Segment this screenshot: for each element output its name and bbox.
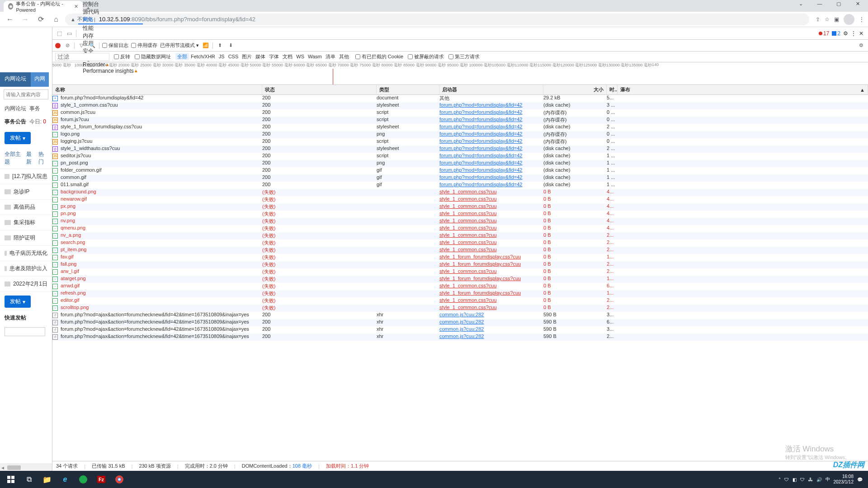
start-button[interactable] bbox=[2, 472, 20, 487]
network-request-row[interactable]: ↺forum.php?mod=ajax&action=forumchecknew… bbox=[52, 326, 868, 333]
network-request-row[interactable]: ▫background.png(失败)style_1_common.css?cu… bbox=[52, 189, 868, 196]
taskbar-clock[interactable]: 16:08 2023/1/12 bbox=[834, 474, 854, 485]
bookmark-icon[interactable]: ☆ bbox=[825, 16, 830, 23]
inspect-icon[interactable]: ⬚ bbox=[54, 30, 64, 37]
initiator-link[interactable]: style_1_common.css?cuu bbox=[439, 239, 497, 245]
more-icon[interactable]: ⋮ bbox=[851, 30, 856, 37]
network-request-row[interactable]: ▫arrwd.gif(失败)style_1_common.css?cuu0 B6… bbox=[52, 283, 868, 290]
filter-type[interactable]: 媒体 bbox=[254, 53, 267, 60]
filezilla-icon[interactable]: Fz bbox=[92, 472, 110, 487]
network-request-row[interactable]: ≡forum.php?mod=forumdisplay&fid=42200doc… bbox=[52, 95, 868, 102]
filter-type[interactable]: 字体 bbox=[267, 53, 281, 60]
network-request-row[interactable]: ▫px.png(失败)style_1_common.css?cuu0 B4... bbox=[52, 203, 868, 211]
profile-avatar-icon[interactable] bbox=[844, 14, 854, 25]
close-devtools-icon[interactable]: ✕ bbox=[859, 30, 863, 37]
third-party-checkbox[interactable]: 第三方请求 bbox=[448, 53, 480, 60]
hide-data-urls-checkbox[interactable]: 隐藏数据网址 bbox=[135, 53, 171, 60]
thread-item[interactable]: 患者及陪护出入 bbox=[0, 261, 52, 277]
col-type[interactable]: 类型 bbox=[377, 85, 439, 94]
network-request-row[interactable]: ↺forum.php?mod=ajax&action=forumchecknew… bbox=[52, 333, 868, 341]
col-status[interactable]: 状态 bbox=[262, 85, 377, 94]
network-request-row[interactable]: ▫pn.png(失败)style_1_common.css?cuu0 B4... bbox=[52, 211, 868, 218]
network-request-row[interactable]: ▫atarget.png(失败)style_1_forum_forumdispl… bbox=[52, 276, 868, 283]
devtools-tab-控制台[interactable]: 控制台 bbox=[78, 0, 143, 8]
filter-toggle-icon[interactable]: ▽ bbox=[77, 42, 85, 48]
initiator-link[interactable]: style_1_forum_forumdisplay.css?cuu bbox=[439, 261, 521, 267]
network-request-row[interactable]: ▫fall.png(失败)style_1_forum_forumdisplay.… bbox=[52, 261, 868, 268]
forum-nav-tab[interactable]: 内网论坛 bbox=[0, 72, 31, 87]
filter-type[interactable]: JS bbox=[217, 53, 226, 60]
gear-icon[interactable]: ⚙ bbox=[857, 42, 865, 48]
col-waterfall[interactable]: 瀑布 ▲ bbox=[618, 85, 868, 94]
col-size[interactable]: 大小 bbox=[543, 85, 607, 94]
initiator-link[interactable]: forum.php?mod=forumdisplay&fid=42 bbox=[439, 117, 522, 122]
initiator-link[interactable]: style_1_common.css?cuu bbox=[439, 232, 497, 238]
menu-icon[interactable]: ⋮ bbox=[859, 16, 864, 23]
thread-item[interactable]: [12.7]拟入院患 bbox=[0, 169, 52, 184]
network-request-row[interactable]: ▫refresh.png(失败)style_1_forum_forumdispl… bbox=[52, 290, 868, 297]
disable-cache-checkbox[interactable]: 停用缓存 bbox=[131, 42, 157, 49]
initiator-link[interactable]: forum.php?mod=forumdisplay&fid=42 bbox=[439, 174, 522, 180]
thread-item[interactable]: 集采指标 bbox=[0, 215, 52, 230]
network-request-row[interactable]: ▫011.small.gif200gifforum.php?mod=forumd… bbox=[52, 182, 868, 189]
network-request-row[interactable]: ▫newarow.gif(失败)style_1_common.css?cuu0 … bbox=[52, 196, 868, 203]
initiator-link[interactable]: forum.php?mod=forumdisplay&fid=42 bbox=[439, 182, 522, 187]
export-icon[interactable]: ⬇ bbox=[226, 42, 235, 48]
device-toggle-icon[interactable]: ▭ bbox=[64, 30, 74, 37]
side-panel-icon[interactable]: ▣ bbox=[834, 16, 839, 23]
file-explorer-icon[interactable]: 📁 bbox=[38, 472, 56, 487]
reload-button[interactable]: ⟳ bbox=[34, 13, 47, 26]
initiator-link[interactable]: style_1_common.css?cuu bbox=[439, 247, 497, 252]
col-time[interactable]: 时... bbox=[607, 85, 618, 94]
record-icon[interactable] bbox=[55, 43, 61, 48]
tray-up-icon[interactable]: ˄ bbox=[778, 477, 781, 482]
initiator-link[interactable]: forum.php?mod=forumdisplay&fid=42 bbox=[439, 102, 522, 108]
window-maximize-icon[interactable]: ▢ bbox=[830, 1, 847, 7]
share-icon[interactable]: ⇪ bbox=[816, 16, 820, 23]
back-button[interactable]: ← bbox=[4, 13, 16, 26]
network-request-row[interactable]: ▫logo.png200pngforum.php?mod=forumdispla… bbox=[52, 131, 868, 138]
browser360-icon[interactable] bbox=[74, 472, 92, 487]
window-chevron-icon[interactable]: ⌄ bbox=[792, 1, 809, 7]
initiator-link[interactable]: common.js?cuu:282 bbox=[439, 312, 484, 317]
tray-network-icon[interactable]: 🖧 bbox=[808, 477, 813, 482]
initiator-link[interactable]: forum.php?mod=forumdisplay&fid=42 bbox=[439, 138, 522, 144]
devtools-tab-网络[interactable]: 网络 bbox=[78, 16, 143, 24]
new-post-button[interactable]: 发帖 ▾ bbox=[5, 296, 31, 308]
network-request-row[interactable]: ▫nv_a.png(失败)style_1_common.css?cuu0 B2.… bbox=[52, 232, 868, 239]
tray-defender-icon[interactable]: 🛡 bbox=[800, 477, 805, 482]
network-request-row[interactable]: ▫nv.png(失败)style_1_common.css?cuu0 B4... bbox=[52, 218, 868, 225]
network-request-row[interactable]: JSseditor.js?cuu200scriptforum.php?mod=f… bbox=[52, 153, 868, 160]
initiator-link[interactable]: style_1_common.css?cuu bbox=[439, 203, 497, 209]
settings-icon[interactable]: ⚙ bbox=[843, 30, 848, 37]
filter-type[interactable]: 文档 bbox=[281, 53, 294, 60]
window-minimize-icon[interactable]: — bbox=[811, 1, 828, 7]
initiator-link[interactable]: common.js?cuu:282 bbox=[439, 333, 484, 339]
home-button[interactable]: ⌂ bbox=[50, 13, 62, 26]
filter-all[interactable]: 全部主题 bbox=[5, 150, 23, 166]
network-request-row[interactable]: ▫editor.gif(失败)style_1_common.css?cuu0 B… bbox=[52, 297, 868, 305]
thread-item[interactable]: 急诊IP bbox=[0, 184, 52, 200]
network-request-row[interactable]: ▫scrolltop.png(失败)style_1_common.css?cuu… bbox=[52, 305, 868, 312]
breadcrumb[interactable]: 事务 bbox=[29, 105, 40, 112]
horizontal-scrollbar[interactable]: ◂ bbox=[0, 464, 52, 471]
network-request-row[interactable]: ▫pn_post.png200pngforum.php?mod=forumdis… bbox=[52, 160, 868, 167]
thread-item[interactable]: 陪护证明 bbox=[0, 230, 52, 246]
filter-new[interactable]: 最新 bbox=[26, 150, 35, 166]
tray-app-icon[interactable]: ◧ bbox=[793, 477, 797, 482]
initiator-link[interactable]: style_1_common.css?cuu bbox=[439, 297, 497, 303]
network-timeline[interactable]: 5000 毫秒10000 毫秒15000 毫秒20000 毫秒25000 毫秒3… bbox=[52, 62, 868, 85]
filter-type[interactable]: Wasm bbox=[306, 53, 324, 60]
error-count[interactable]: 17 bbox=[819, 30, 829, 37]
devtools-tab-性能[interactable]: 性能 bbox=[78, 24, 143, 32]
initiator-link[interactable]: style_1_common.css?cuu bbox=[439, 218, 497, 223]
chrome-icon[interactable] bbox=[110, 472, 128, 487]
initiator-link[interactable]: common.js?cuu:282 bbox=[439, 319, 484, 324]
blocked-cookies-checkbox[interactable]: 有已拦截的 Cookie bbox=[355, 53, 403, 60]
initiator-link[interactable]: forum.php?mod=forumdisplay&fid=42 bbox=[439, 124, 522, 129]
initiator-link[interactable]: style_1_common.css?cuu bbox=[439, 196, 497, 202]
forum-nav-tab[interactable]: 内网 bbox=[31, 72, 49, 87]
col-name[interactable]: 名称 bbox=[52, 85, 262, 94]
url-field[interactable]: ▲ 不安全 | 10.32.5.109:8090/bbs/forum.php?m… bbox=[65, 14, 809, 25]
breadcrumb[interactable]: 内网论坛 bbox=[5, 105, 26, 112]
